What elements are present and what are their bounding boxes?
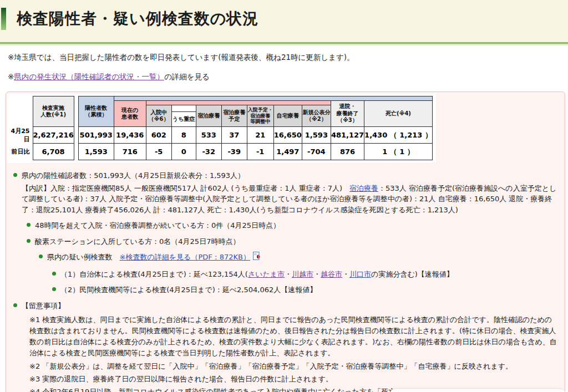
city-separator: ・: [313, 270, 321, 278]
corner-empty-cell: [7, 96, 33, 127]
suspected-tests-label: 県内の疑い例検査数: [47, 253, 120, 261]
cell-new-announced-day: 1,593: [302, 127, 331, 144]
cell-tested-day: 2,627,216: [33, 127, 74, 144]
cell-hospitalized-day: 602: [146, 127, 171, 144]
cell-death-diff: 1 （ 1 ）: [364, 144, 433, 160]
bullet-icon: [27, 223, 31, 227]
hotel-care-link[interactable]: 宿泊療養: [349, 184, 378, 192]
list-item-remarks: 【留意事項】 ※1 検査実施人数は、同日までに実施した自治体による検査の累計と、…: [13, 301, 558, 392]
severe-spacer-cell: [171, 105, 196, 112]
cell-severe-diff: 0: [171, 144, 196, 160]
list-item-positive-count: 県内の陽性確認者数：501,993人（4月25日新規公表分：1,593人） 【内…: [13, 170, 558, 215]
blue-band: [114, 96, 432, 101]
private-tests-text: （2）民間検査機関等による検査(4月25日まで)：延べ2,504,062人【速報…: [60, 286, 317, 294]
cell-adjusting-day: 21: [247, 127, 273, 144]
page-header: 検査陽性者・疑い例検査数の状況: [0, 0, 568, 42]
th-home-care: 自宅療養: [273, 105, 302, 127]
bullet-icon: [27, 239, 31, 243]
oxygen-station-text: 酸素ステーションに入所している方：0名（4月25日7時時点）: [35, 237, 240, 246]
cell-adjusting-diff: -1: [247, 144, 273, 160]
table-row-current-day: 4月25日 2,627,216 501,993 19,436 602 8 533…: [7, 127, 432, 144]
note-daily-announce: ※埼玉県では、当日把握した陽性者の数を即日発表しています(報道発表後、概ね21時…: [8, 53, 560, 63]
note2-prefix: ※: [8, 72, 14, 81]
top-notes: ※埼玉県では、当日把握した陽性者の数を即日発表しています(報道発表後、概ね21時…: [0, 45, 568, 82]
municipal-tests-post: の実施分含む)【速報値】: [371, 270, 454, 278]
row-label-diff: 前日比: [7, 144, 33, 160]
cell-current-diff: 716: [114, 144, 146, 160]
column-gap: [74, 96, 78, 160]
note2-suffix: の詳細を見る: [164, 72, 210, 81]
cell-death-day: 1,430 （ 1,213 ）: [364, 127, 433, 144]
bullet-icon: [52, 287, 56, 291]
list-item-suspected-tests: 県内の疑い例検査数 ※検査数の詳細を見る（PDF：872KB）: [39, 252, 558, 264]
kawagoe-city-link[interactable]: 川越市: [292, 270, 313, 278]
prefecture-status-link[interactable]: 県内の発生状況（陽性確認者の状況・一覧）: [14, 72, 164, 81]
bullet-icon: [13, 303, 17, 307]
saitama-city-link[interactable]: さいたま市: [248, 270, 285, 278]
th-newly-announced: 新規公表分 （※2）: [302, 105, 331, 127]
cell-positive-diff: 1,593: [78, 144, 114, 160]
th-hotel-care: 宿泊療養: [196, 105, 221, 127]
th-current-patients: 現在の 患者数: [114, 101, 146, 127]
test-detail-pdf-link[interactable]: ※検査数の詳細を見る（PDF：872KB）: [120, 253, 250, 261]
remarks-heading: 【留意事項】: [22, 302, 65, 310]
note-item-2: ※2 「新規公表分」は、調整を経て翌日に「入院中」「宿泊療養」「宿泊療養予定」「…: [29, 361, 558, 372]
cell-hospitalized-diff: -5: [146, 144, 171, 160]
status-panel: 検査実施 人数(※1) 陽性者数 （累積） 現在の 患者数 退院・ 療養終了 （…: [6, 91, 565, 392]
list-item-private-tests: （2）民間検査機関等による検査(4月25日まで)：延べ2,504,062人【速報…: [52, 284, 558, 296]
cell-discharged-diff: 876: [331, 144, 364, 160]
cell-tested-diff: 6,708: [33, 144, 74, 160]
bottom-cutoff-panel: [390, 388, 566, 392]
municipal-tests-pre: （1）自治体による検査(4月25日まで)：延べ123,154人(: [60, 270, 248, 278]
cell-hotel-day: 533: [196, 127, 221, 144]
remarks-notes: ※1 検査実施人数は、同日までに実施した自治体による検査の累計と、同日までに報告…: [29, 314, 558, 392]
th-discharged: 退院・ 療養終了 （※3）: [331, 101, 364, 127]
48hours-text: 48時間を超えて入院・宿泊療養調整が続いている方：0件（4月25日時点）: [35, 221, 280, 230]
kawaguchi-city-link[interactable]: 川口市: [349, 270, 371, 278]
bullet-icon: [13, 173, 17, 177]
cell-hotel-diff: -32: [196, 144, 221, 160]
pdf-file-icon[interactable]: [253, 252, 261, 264]
row-label-date: 4月25日: [7, 127, 33, 144]
list-item-48hours: 48時間を超えて入院・宿泊療養調整が続いている方：0件（4月25日時点）: [27, 220, 558, 231]
covid-status-table: 検査実施 人数(※1) 陽性者数 （累積） 現在の 患者数 退院・ 療養終了 （…: [7, 96, 433, 160]
city-separator: ・: [285, 270, 292, 278]
cell-current-day: 19,436: [114, 127, 146, 144]
th-tested: 検査実施 人数(※1): [33, 96, 74, 127]
pink-band: [146, 101, 331, 105]
cell-new-announced-diff: -704: [302, 144, 331, 160]
bullet-icon: [39, 254, 43, 258]
cell-positive-day: 501,993: [78, 127, 114, 144]
breakdown-pre: 【内訳】入院：指定医療機関85人 一般医療機関517人 計602人 (うち最重症…: [22, 184, 349, 192]
th-death: 死亡(※4): [364, 101, 433, 127]
cell-home-day: 16,650: [273, 127, 302, 144]
note-detail-link-line: ※県内の発生状況（陽性確認者の状況・一覧）の詳細を見る: [8, 72, 560, 82]
th-adjusting: 入院予定・ 宿泊療養 等調整中: [247, 105, 273, 127]
cell-hotel-planned-diff: -39: [221, 144, 247, 160]
th-hospitalized: 入院中 （※6）: [146, 105, 171, 127]
note-item-3: ※3 実際の退院日、療養終了日の翌日以降に報告された場合、報告日の件数に計上され…: [29, 374, 558, 385]
th-hotel-planned: 宿泊療養 予定: [221, 105, 247, 127]
cell-hotel-planned-day: 37: [221, 127, 247, 144]
cell-discharged-day: 481,127: [331, 127, 364, 144]
breakdown-text: 【内訳】入院：指定医療機関85人 一般医療機関517人 計602人 (うち最重症…: [22, 183, 558, 216]
list-item-municipal-tests: （1）自治体による検査(4月25日まで)：延べ123,154人(さいたま市・川越…: [52, 269, 558, 280]
koshigaya-city-link[interactable]: 越谷市: [321, 270, 342, 278]
bullet-content: 県内の陽性確認者数：501,993人（4月25日新規公表分：1,593人） 【内…: [7, 165, 560, 392]
city-separator: ・: [342, 270, 349, 278]
th-severe: うち重症: [171, 112, 196, 127]
list-item-oxygen-station: 酸素ステーションに入所している方：0名（4月25日7時時点）: [27, 236, 558, 247]
table-row-diff: 前日比 6,708 1,593 716 -5 0 -32 -39 -1 1,49…: [7, 144, 432, 160]
cell-severe-day: 8: [171, 127, 196, 144]
page-title: 検査陽性者・疑い例検査数の状況: [17, 8, 258, 29]
cell-home-diff: 1,497: [273, 144, 302, 160]
title-accent-bar: [1, 8, 6, 30]
th-positive-total: 陽性者数 （累積）: [78, 96, 114, 127]
covid-table-wrapper: 検査実施 人数(※1) 陽性者数 （累積） 現在の 患者数 退院・ 療養終了 （…: [7, 94, 436, 163]
bullet-icon: [52, 272, 56, 276]
note-item-1: ※1 検査実施人数は、同日までに実施した自治体による検査の累計と、同日までに報告…: [29, 314, 558, 359]
positive-count-text: 県内の陽性確認者数：501,993人（4月25日新規公表分：1,593人）: [22, 171, 245, 180]
